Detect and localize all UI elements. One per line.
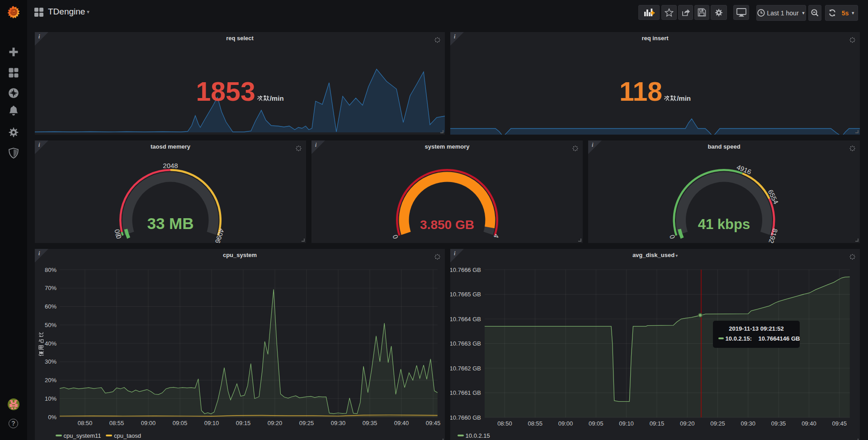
svg-text:60%: 60% <box>45 303 57 310</box>
svg-text:09:05: 09:05 <box>173 420 188 426</box>
svg-text:09:15: 09:15 <box>650 420 665 427</box>
svg-text:10.7662 GB: 10.7662 GB <box>450 365 481 372</box>
svg-text:80%: 80% <box>45 267 57 273</box>
svg-text:09:25: 09:25 <box>710 420 725 427</box>
svg-text:41 kbps: 41 kbps <box>698 216 750 232</box>
svg-text:40%: 40% <box>45 340 57 347</box>
svg-text:08:55: 08:55 <box>528 420 542 427</box>
svg-text:50%: 50% <box>45 322 57 328</box>
svg-text:09:45: 09:45 <box>832 420 847 427</box>
svg-text:33 MB: 33 MB <box>147 215 193 232</box>
svg-text:09:25: 09:25 <box>299 420 314 426</box>
svg-text:09:15: 09:15 <box>236 420 251 426</box>
svg-text:10.7665 GB: 10.7665 GB <box>450 291 481 298</box>
svg-text:09:20: 09:20 <box>680 420 695 427</box>
svg-text:0: 0 <box>668 234 676 240</box>
svg-text:10.7666 GB: 10.7666 GB <box>450 267 481 273</box>
svg-text:09:40: 09:40 <box>394 420 409 426</box>
svg-text:09:05: 09:05 <box>589 420 604 427</box>
svg-text:0: 0 <box>391 234 400 240</box>
svg-text:70%: 70% <box>45 285 57 291</box>
svg-text:20%: 20% <box>45 377 57 384</box>
svg-text:10%: 10% <box>45 395 57 402</box>
svg-text:09:00: 09:00 <box>558 420 573 427</box>
svg-text:09:30: 09:30 <box>331 420 346 426</box>
svg-text:09:30: 09:30 <box>741 420 756 427</box>
svg-text:10.7664 GB: 10.7664 GB <box>450 316 481 323</box>
svg-text:09:10: 09:10 <box>204 420 219 426</box>
svg-text:2048: 2048 <box>163 162 178 169</box>
svg-text:08:50: 08:50 <box>497 420 512 427</box>
svg-text:09:40: 09:40 <box>802 420 816 427</box>
svg-text:10.7663 GB: 10.7663 GB <box>450 340 481 347</box>
svg-text:30%: 30% <box>45 358 57 365</box>
svg-text:4: 4 <box>492 233 501 239</box>
svg-text:09:20: 09:20 <box>268 420 283 426</box>
svg-text:09:00: 09:00 <box>141 420 156 426</box>
svg-text:09:45: 09:45 <box>426 420 441 426</box>
svg-text:3.850 GB: 3.850 GB <box>420 218 474 232</box>
svg-text:08:50: 08:50 <box>78 420 93 426</box>
svg-text:10.7660 GB: 10.7660 GB <box>450 414 481 421</box>
svg-text:10.7661 GB: 10.7661 GB <box>450 389 481 396</box>
svg-text:08:55: 08:55 <box>109 420 124 426</box>
svg-text:09:10: 09:10 <box>619 420 634 427</box>
svg-text:09:35: 09:35 <box>363 420 377 426</box>
svg-text:0%: 0% <box>48 414 57 421</box>
svg-text:09:35: 09:35 <box>771 420 786 427</box>
